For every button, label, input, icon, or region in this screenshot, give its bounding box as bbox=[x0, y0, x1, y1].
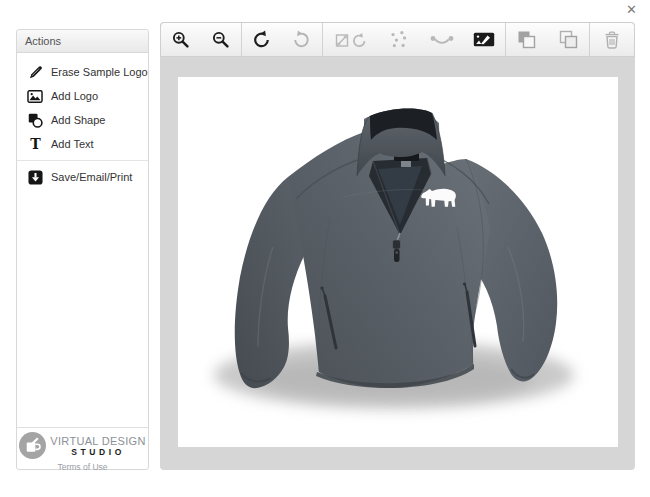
zoom-out-button[interactable] bbox=[201, 23, 241, 56]
resize-rotate-icon bbox=[335, 30, 367, 50]
actions-panel: Actions Erase Sample Logo Add Logo bbox=[16, 29, 149, 470]
image-icon bbox=[27, 88, 43, 104]
bring-forward-icon bbox=[517, 30, 536, 49]
jacket-illustration bbox=[178, 77, 618, 447]
branding-footer: VIRTUAL DESIGN STUDIO Terms of Use bbox=[17, 427, 148, 469]
action-add-shape[interactable]: Add Shape bbox=[17, 108, 148, 132]
send-backward-button[interactable] bbox=[547, 23, 589, 56]
arrange-group bbox=[505, 23, 589, 56]
trash-icon bbox=[604, 30, 620, 49]
action-label: Erase Sample Logo bbox=[51, 66, 148, 78]
close-icon[interactable]: ✕ bbox=[626, 2, 637, 18]
edit-image-button[interactable] bbox=[463, 23, 505, 56]
zoom-in-icon bbox=[172, 31, 190, 49]
bring-forward-button[interactable] bbox=[505, 23, 547, 56]
text-icon: T bbox=[27, 136, 43, 152]
action-erase-sample-logo[interactable]: Erase Sample Logo bbox=[17, 60, 148, 84]
transform-group bbox=[323, 23, 505, 56]
zoom-group bbox=[161, 23, 241, 56]
virtual-design-studio-dialog: { "window": { "close_glyph": "✕" }, "sid… bbox=[0, 0, 650, 497]
rotate-right-button[interactable] bbox=[282, 23, 322, 56]
brand-name-line2: STUDIO bbox=[50, 448, 145, 457]
pen-icon bbox=[27, 64, 43, 80]
edit-image-icon bbox=[473, 31, 495, 48]
actions-divider bbox=[17, 160, 148, 161]
rotate-group bbox=[242, 23, 322, 56]
resize-rotate-button[interactable] bbox=[323, 23, 379, 56]
rotate-right-icon bbox=[292, 30, 311, 49]
design-canvas[interactable] bbox=[178, 77, 618, 447]
brand-name-line1: VIRTUAL DESIGN bbox=[50, 435, 145, 447]
svg-text:T: T bbox=[30, 137, 41, 152]
action-add-logo[interactable]: Add Logo bbox=[17, 84, 148, 108]
editor-toolbar bbox=[160, 22, 635, 57]
shapes-icon bbox=[27, 112, 43, 128]
action-label: Add Text bbox=[51, 138, 94, 150]
distort-button[interactable] bbox=[379, 23, 421, 56]
mug-pencil-icon bbox=[19, 432, 46, 459]
send-backward-icon bbox=[559, 30, 578, 49]
actions-list: Erase Sample Logo Add Logo Add Shape bbox=[17, 53, 148, 189]
design-workspace bbox=[160, 22, 635, 470]
distort-dots-icon bbox=[390, 30, 409, 49]
zoom-out-icon bbox=[212, 31, 230, 49]
brand-logo: VIRTUAL DESIGN STUDIO bbox=[17, 432, 148, 459]
warp-curve-icon bbox=[430, 32, 454, 48]
delete-group bbox=[590, 23, 634, 56]
rotate-left-icon bbox=[252, 30, 271, 49]
delete-button[interactable] bbox=[590, 23, 634, 56]
download-icon bbox=[27, 169, 43, 185]
action-label: Save/Email/Print bbox=[51, 171, 132, 183]
action-label: Add Logo bbox=[51, 90, 98, 102]
warp-button[interactable] bbox=[421, 23, 463, 56]
action-label: Add Shape bbox=[51, 114, 105, 126]
zoom-in-button[interactable] bbox=[161, 23, 201, 56]
terms-of-use-link[interactable]: Terms of Use bbox=[17, 462, 148, 472]
action-add-text[interactable]: T Add Text bbox=[17, 132, 148, 156]
action-save-email-print[interactable]: Save/Email/Print bbox=[17, 165, 148, 189]
actions-panel-title: Actions bbox=[17, 30, 148, 53]
rotate-left-button[interactable] bbox=[242, 23, 282, 56]
